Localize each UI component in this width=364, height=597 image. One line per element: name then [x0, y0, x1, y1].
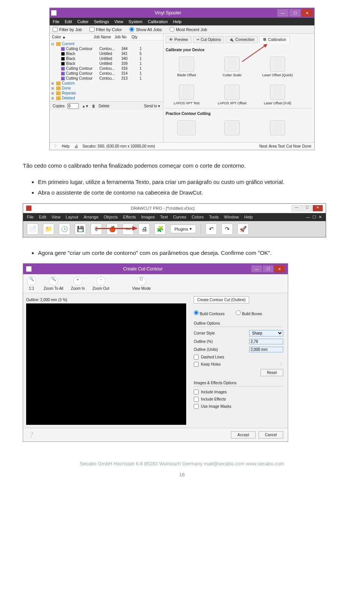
cc-minimize[interactable]: — — [251, 266, 262, 272]
outline-pct-input[interactable] — [249, 339, 283, 344]
laser-offset-full-icon[interactable]: Laser Offset (Full) — [260, 85, 295, 105]
dc-menu-file[interactable]: File — [27, 215, 34, 220]
tree-folder[interactable]: ⊞Deleted — [51, 96, 162, 101]
col-job-no[interactable]: Job No — [114, 35, 131, 39]
cc-close[interactable]: ✕ — [274, 266, 285, 272]
most-recent-job[interactable]: Most Recent Job — [169, 27, 207, 32]
cancel-button[interactable]: Cancel — [259, 431, 283, 438]
menu-file[interactable]: File — [53, 19, 60, 24]
include-effects-check[interactable]: Include Effects — [194, 397, 283, 402]
preview-canvas[interactable] — [26, 303, 186, 425]
zoom-out[interactable]: －Zoom Out — [93, 277, 109, 291]
tab-calibration[interactable]: 🛠Calibration — [259, 36, 290, 43]
tree-item[interactable]: Cutting ContourContou...3441 — [51, 46, 162, 51]
help-icon[interactable]: ❔ — [53, 144, 57, 148]
tree-item[interactable]: BlackUntitled3391 — [51, 61, 162, 66]
practice-icon-2[interactable] — [215, 120, 249, 137]
contour-cut-icon[interactable]: 🍎 — [107, 223, 118, 235]
redo-icon[interactable]: ↷ — [221, 223, 233, 235]
dc-menu-help[interactable]: Help — [244, 215, 253, 220]
save-icon[interactable]: 💾 — [75, 223, 86, 235]
tree-folder[interactable]: ⊞Custom — [51, 81, 162, 86]
help-icon[interactable]: ❔ — [279, 362, 283, 366]
done-button[interactable]: Done — [302, 144, 311, 148]
import-icon[interactable]: ⇩ — [91, 223, 102, 235]
send-to-button[interactable]: Send to ▾ — [144, 104, 160, 108]
use-image-masks-check[interactable]: Use Image Masks — [194, 404, 283, 409]
dc-menu-window[interactable]: Window — [224, 215, 239, 220]
recent-icon[interactable]: 🕓 — [59, 223, 70, 235]
dc-menu-tools[interactable]: Tools — [209, 215, 219, 220]
practice-icon-3[interactable] — [260, 120, 295, 137]
dc-menu-objects[interactable]: Objects — [104, 215, 118, 220]
dc-menu-images[interactable]: Images — [141, 215, 155, 220]
menu-cutter[interactable]: Cutter — [77, 19, 89, 24]
col-color[interactable]: Color ▲ — [51, 35, 93, 39]
area-test-button[interactable]: Area Test — [269, 144, 285, 148]
dc-menu-view[interactable]: View — [52, 215, 61, 220]
zoom-to-all[interactable]: 🔍Zoom To All — [44, 277, 63, 291]
delete-button[interactable]: Delete — [99, 104, 110, 108]
dialog-help-icon[interactable]: ❔ — [28, 431, 35, 438]
puzzle-icon[interactable]: 🧩 — [154, 223, 166, 235]
zoom-in[interactable]: ＋Zoom In — [71, 277, 85, 291]
open-icon[interactable]: 📁 — [43, 223, 54, 235]
outline-units-input[interactable] — [249, 347, 283, 352]
lapos-xpt-test-icon[interactable]: LAPOS XPT Test — [169, 85, 204, 105]
dc-close[interactable]: ✕ — [313, 205, 323, 211]
tree-folder[interactable]: ⊞Done — [51, 86, 162, 91]
build-contours-radio[interactable]: Build Contours — [194, 310, 224, 316]
laser-offset-quick-icon[interactable]: Laser Offset (Quick) — [260, 57, 295, 77]
tree-item[interactable]: Cutting ContourContou...3161 — [51, 66, 162, 71]
cut-now-button[interactable]: Cut Now — [286, 144, 301, 148]
filter-by-color[interactable]: Filter by Color — [89, 27, 122, 32]
tab-connection[interactable]: 🔌Connection — [226, 36, 258, 43]
options-tab[interactable]: Create Contour Cut (Outline) — [194, 296, 249, 303]
close-button[interactable]: ✕ — [301, 9, 313, 17]
nest-button[interactable]: Nest — [259, 144, 267, 148]
filter-by-job[interactable]: Filter by Job — [53, 27, 82, 32]
show-all-jobs[interactable]: Show All Jobs — [129, 27, 162, 32]
tree-item[interactable]: BlackUntitled3415 — [51, 51, 162, 56]
lapos-xpt-offset-icon[interactable]: LAPOS XPT Offset — [215, 85, 249, 105]
copies-input[interactable] — [67, 103, 79, 109]
reset-button[interactable]: Reset — [260, 369, 283, 376]
tab-preview[interactable]: 👁Preview — [166, 36, 191, 43]
minimize-button[interactable]: — — [277, 9, 289, 17]
accept-button[interactable]: Accept — [231, 431, 256, 438]
dc-menu-layout[interactable]: Layout — [66, 215, 78, 220]
menu-system[interactable]: System — [129, 19, 143, 24]
dashed-lines-check[interactable]: Dashed Lines — [194, 355, 283, 360]
col-qty[interactable]: Qty — [131, 35, 142, 39]
dc-maximize[interactable]: ☐ — [302, 205, 312, 211]
undo-icon[interactable]: ↶ — [206, 223, 217, 235]
dc-menu-effects[interactable]: Effects — [123, 215, 136, 220]
menu-settings[interactable]: Settings — [94, 19, 109, 24]
tree-item[interactable]: BlackUntitled3401 — [51, 56, 162, 61]
col-job-name[interactable]: Job Name — [93, 35, 114, 39]
help-label[interactable]: Help — [62, 144, 70, 148]
zoom-1-1[interactable]: 🔍1:1 — [27, 277, 36, 291]
dc-menu-text[interactable]: Text — [160, 215, 168, 220]
plugins-dropdown[interactable]: Plugins▾ — [170, 225, 196, 233]
tree-folder[interactable]: ⊟Current — [51, 41, 162, 46]
rocket-icon[interactable]: 🚀 — [237, 223, 249, 235]
menu-help[interactable]: Help — [173, 19, 182, 24]
tree-folder[interactable]: ⊞Repeats — [51, 91, 162, 96]
practice-icon-1[interactable] — [169, 120, 204, 137]
build-boxes-radio[interactable]: Build Boxes — [236, 310, 262, 316]
dc-menu-curves[interactable]: Curves — [173, 215, 187, 220]
menu-edit[interactable]: Edit — [65, 19, 72, 24]
cc-maximize[interactable]: ☐ — [263, 266, 273, 272]
view-mode[interactable]: ☐View Mode — [132, 277, 151, 291]
menu-view[interactable]: View — [114, 19, 123, 24]
blade-offset-icon[interactable]: Blade Offset — [169, 57, 204, 77]
dc-menu-colors[interactable]: Colors — [191, 215, 204, 220]
include-images-check[interactable]: Include Images — [194, 390, 283, 394]
dc-menu-edit[interactable]: Edit — [39, 215, 46, 220]
tree-item[interactable]: Cutting ContourContou...3141 — [51, 71, 162, 76]
corner-style-select[interactable]: Sharp — [249, 330, 283, 336]
tab-cut-options[interactable]: ✂Cut Options — [193, 36, 224, 43]
dc-minimize[interactable]: — — [292, 205, 301, 211]
dc-menu-arrange[interactable]: Arrange — [83, 215, 98, 220]
